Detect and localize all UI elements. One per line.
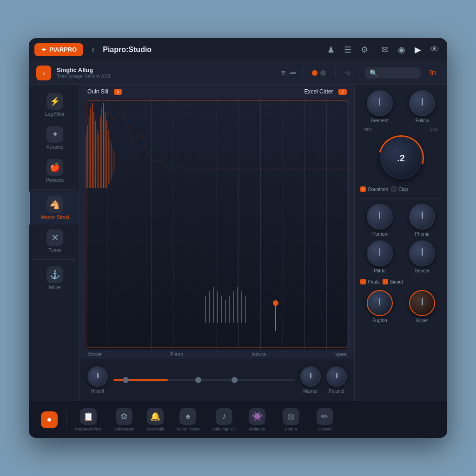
separator bbox=[375, 44, 375, 55]
track-icon: ♪ bbox=[36, 66, 51, 80]
timeline-dot3[interactable] bbox=[231, 377, 238, 383]
toolbar-item-prepared-post[interactable]: 📋 Prepared Post bbox=[70, 405, 106, 434]
back-button[interactable]: ‹ bbox=[88, 43, 98, 56]
knob-row-3: Plitdo Sencer bbox=[360, 240, 442, 273]
badge-sinnet-box bbox=[383, 279, 388, 284]
svg-rect-30 bbox=[245, 296, 246, 323]
checkbox-oountnoo[interactable]: ✓ Oountnoo bbox=[360, 186, 388, 192]
search-icon: 🔍 bbox=[370, 69, 377, 77]
poinects-icon: 🍎 bbox=[46, 159, 63, 176]
play-icon[interactable]: ▶ bbox=[412, 43, 424, 57]
timeline-bar[interactable] bbox=[113, 379, 295, 381]
big-knob-max-label: 1SS bbox=[430, 127, 438, 132]
sidebar-item-watron-stroal[interactable]: 🐴 Watron Stroal bbox=[29, 192, 79, 225]
kevenie-icon: ✦ bbox=[46, 126, 63, 143]
mone-icon: ⚓ bbox=[46, 266, 63, 283]
svg-rect-14 bbox=[108, 130, 109, 184]
timeline-dot1[interactable] bbox=[123, 377, 129, 383]
track-sub: Tren tyrage Seilom A23 bbox=[57, 73, 276, 79]
toolbar-item-scowrd[interactable]: ✏ Scowrd bbox=[312, 405, 338, 434]
checkbox-ciup-box[interactable] bbox=[391, 186, 397, 192]
sidebar-item-poinects[interactable]: 🍎 Poinects bbox=[29, 154, 79, 187]
eye-icon[interactable]: 👁 bbox=[428, 43, 442, 56]
knob-plitdo-wrapper: Plitdo bbox=[367, 240, 393, 273]
toolbar-item-cahoeargo[interactable]: ⚙ Cahoeargo bbox=[109, 405, 139, 434]
toolbar-label-sabuingo-eiit: Sabuingo Eiit bbox=[212, 427, 237, 431]
welpono-icon: 👾 bbox=[249, 408, 265, 425]
main-content: ⚡ Log Filter ✦ Kevenie 🍎 Poinects 🐴 Watr… bbox=[29, 85, 447, 401]
checkbox-ciup[interactable]: Ciup bbox=[391, 186, 408, 192]
knob-follow[interactable] bbox=[409, 90, 435, 116]
transport-dot1[interactable] bbox=[312, 70, 317, 76]
knob-kilper-label: Kilper bbox=[416, 318, 428, 323]
sidebar-item-mone[interactable]: ⚓ Mone bbox=[29, 262, 79, 295]
toolbar-label-welpono: Welpono bbox=[249, 427, 265, 431]
top-icons: ♟ ☰ ⚙ ✉ ◉ ▶ 👁 bbox=[324, 43, 442, 57]
knob-himsft-wrapper: Himsft bbox=[87, 366, 108, 394]
track-info: Singlic Allug Tren tyrage Seilom A23 bbox=[57, 66, 276, 79]
toolbar-item-circle[interactable]: ● bbox=[36, 409, 62, 431]
tb-sep2 bbox=[274, 410, 274, 429]
knob-kilper[interactable] bbox=[409, 290, 435, 316]
checkbox-oountnoo-label: Oountnoo bbox=[368, 187, 388, 192]
knob-phome-wrapper: Phome bbox=[409, 204, 435, 237]
logo-button[interactable]: ✦ PiARPRO bbox=[34, 43, 83, 56]
knob-phome[interactable] bbox=[409, 204, 435, 230]
toolbar-label-pont-a: Pont a bbox=[285, 427, 297, 431]
sidebar-label-kevenie: Kevenie bbox=[46, 145, 63, 150]
knob-plitdo-label: Plitdo bbox=[374, 268, 385, 273]
waveform-area[interactable] bbox=[86, 99, 349, 350]
knob-pumeo[interactable] bbox=[367, 204, 393, 230]
knob-sugfon[interactable] bbox=[367, 290, 393, 316]
list-icon[interactable]: ≔ bbox=[289, 68, 297, 77]
prepared-post-icon: 📋 bbox=[80, 408, 97, 425]
sidebar-item-log-filter[interactable]: ⚡ Log Filter bbox=[29, 88, 79, 121]
timeline-dot2[interactable] bbox=[195, 377, 201, 383]
knob-sencer[interactable] bbox=[409, 240, 435, 266]
stave-icon[interactable]: ≡ bbox=[281, 69, 285, 77]
knob-palunct[interactable] bbox=[326, 366, 347, 387]
toolbar-item-pont-a[interactable]: ◎ Pont a bbox=[278, 405, 304, 434]
knob-row-4: Sugfon Kilper bbox=[360, 290, 442, 323]
toolbar-item-noller-rapor[interactable]: ♠ Noller Rapor bbox=[172, 405, 205, 434]
svg-rect-23 bbox=[217, 291, 218, 323]
sidebar-label-tunes: Tunes bbox=[48, 248, 61, 253]
transport-dot2[interactable] bbox=[320, 70, 326, 76]
right-panel: Brernent Follow Nno 1SS .2 bbox=[354, 85, 447, 401]
sidebar-item-kevenie[interactable]: ✦ Kevenie bbox=[29, 121, 79, 154]
knob-brernent[interactable] bbox=[367, 90, 393, 116]
checkbox-oountnoo-box[interactable]: ✓ bbox=[360, 186, 366, 192]
bottom-controls: Himsft Marner Palunct bbox=[80, 359, 354, 401]
wh-label1: Ouin Sill bbox=[87, 88, 108, 95]
knob-marner-label: Marner bbox=[303, 389, 318, 394]
globe-icon[interactable]: ◉ bbox=[395, 43, 408, 57]
knob-marner[interactable] bbox=[300, 366, 321, 387]
knob-pumeo-label: Pumeo bbox=[372, 231, 387, 237]
equalizer-icon[interactable]: ĩn bbox=[426, 67, 440, 79]
sabuingo-eiit-icon: ♪ bbox=[216, 408, 232, 425]
knob-follow-label: Follow bbox=[416, 118, 429, 123]
big-knob[interactable]: .2 bbox=[380, 137, 422, 179]
sidebar-item-tunes[interactable]: ✕ Tunes bbox=[29, 225, 79, 258]
toolbar-item-welpono[interactable]: 👾 Welpono bbox=[244, 405, 270, 434]
menu-icon[interactable]: ☰ bbox=[341, 43, 354, 57]
figure-icon[interactable]: ♟ bbox=[324, 43, 337, 57]
playhead[interactable] bbox=[275, 303, 276, 331]
search-bar[interactable]: 🔍 bbox=[365, 67, 421, 79]
settings-icon[interactable]: ⚙ bbox=[358, 43, 371, 57]
svg-rect-24 bbox=[221, 296, 222, 323]
logo-star-icon: ✦ bbox=[41, 46, 46, 53]
sidebar-label-watron-stroal: Watron Stroal bbox=[41, 215, 69, 220]
toolbar-item-snerteals[interactable]: 🔔 Snerteals bbox=[142, 405, 169, 434]
big-knob-min-label: Nno bbox=[364, 127, 372, 132]
svg-rect-29 bbox=[241, 291, 242, 323]
knob-sencer-label: Sencer bbox=[415, 268, 430, 273]
app-title: Piapro:Studio bbox=[103, 46, 320, 54]
toolbar-label-cahoeargo: Cahoeargo bbox=[114, 427, 135, 431]
toolbar-item-sabuingo-eiit[interactable]: ♪ Sabuingo Eiit bbox=[207, 405, 241, 434]
knob-kilper-wrapper: Kilper bbox=[409, 290, 435, 323]
knob-palunct-wrapper: Palunct bbox=[326, 366, 347, 394]
knob-plitdo[interactable] bbox=[367, 240, 393, 266]
mail-icon[interactable]: ✉ bbox=[379, 43, 391, 57]
knob-himsft[interactable] bbox=[87, 366, 108, 387]
